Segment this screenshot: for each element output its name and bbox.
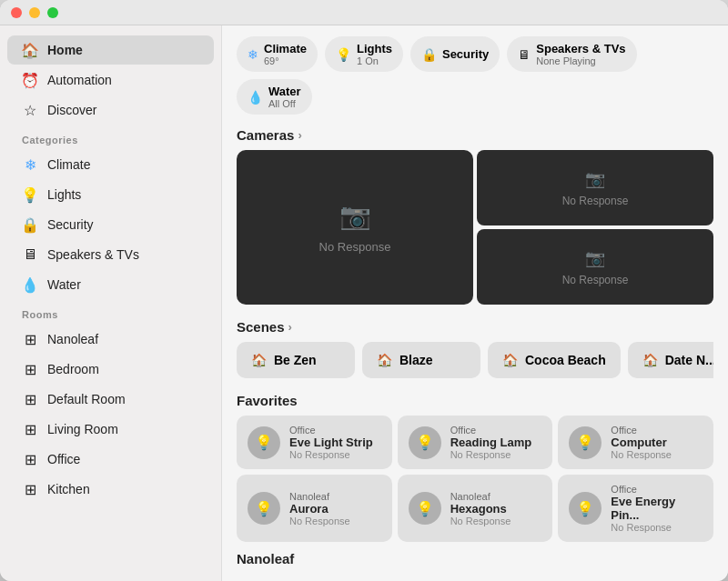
sidebar-item-default-room-label: Default Room [47,392,126,406]
close-button[interactable] [11,7,22,18]
sidebar-item-default-room[interactable]: ⊞ Default Room [7,385,214,414]
fav-reading-lamp-name: Reading Lamp [450,436,532,449]
fav-computer-room: Office [611,425,672,436]
camera-right-bottom[interactable]: 📷 No Response [477,229,713,305]
status-pill-water[interactable]: 💧 Water All Off [237,79,312,115]
scenes-section-header[interactable]: Scenes › [237,319,713,335]
camera-right-top-label: No Response [562,195,629,207]
sidebar-item-office[interactable]: ⊞ Office [7,445,214,474]
fav-card-eve-light-strip[interactable]: 💡 Office Eve Light Strip No Response [237,416,392,469]
lights-pill-title: Lights [357,42,392,55]
status-pill-climate[interactable]: ❄ Climate 69° [237,36,318,72]
discover-icon: ☆ [22,102,38,118]
status-pill-security[interactable]: 🔒 Security [410,36,500,72]
nanoleaf-room-icon: ⊞ [22,331,38,347]
sidebar-item-bedroom[interactable]: ⊞ Bedroom [7,355,214,384]
sidebar-item-lights-label: Lights [47,187,81,202]
sidebar-item-living-room-label: Living Room [47,422,118,436]
fav-hexagons-status: No Response [450,516,511,526]
security-pill-icon: 🔒 [421,47,437,62]
sidebar-item-speakers[interactable]: 🖥 Speakers & TVs [7,240,214,269]
home-icon: 🏠 [22,42,38,58]
scene-be-zen[interactable]: 🏠 Be Zen [237,342,355,378]
cameras-section-header[interactable]: Cameras › [237,127,713,143]
fav-eve-energy-pin-name: Eve Energy Pin... [611,495,703,522]
fav-eve-energy-pin-room: Office [611,484,703,495]
lights-pill-icon: 💡 [336,47,351,62]
automation-icon: ⏰ [22,72,38,88]
water-pill-icon: 💧 [248,90,263,105]
rooms-label: Rooms [0,300,221,324]
scene-blaze-label: Blaze [399,353,433,367]
speakers-pill-icon: 🖥 [518,47,531,62]
scene-blaze[interactable]: 🏠 Blaze [362,342,480,378]
fav-card-reading-lamp[interactable]: 💡 Office Reading Lamp No Response [398,416,553,469]
fav-card-computer[interactable]: 💡 Office Computer No Response [558,416,713,469]
scenes-label: Scenes [237,319,285,335]
sidebar-item-lights[interactable]: 💡 Lights [7,180,214,209]
water-icon: 💧 [22,276,38,293]
speakers-pill-title: Speakers & TVs [536,42,625,55]
sidebar-item-living-room[interactable]: ⊞ Living Room [7,415,214,444]
camera-left-label: No Response [319,240,391,254]
scene-be-zen-icon: 🏠 [251,353,267,367]
fav-eve-energy-pin-status: No Response [611,522,703,533]
fav-card-hexagons[interactable]: 💡 Nanoleaf Hexagons No Response [398,475,553,542]
lights-pill-sub: 1 On [357,55,392,66]
fav-computer-icon: 💡 [569,426,602,459]
scene-date-n-icon: 🏠 [642,353,658,367]
cameras-chevron-icon: › [298,128,301,142]
sidebar-item-climate[interactable]: ❄ Climate [7,150,214,179]
fav-aurora-status: No Response [289,516,350,526]
sidebar-item-discover[interactable]: ☆ Discover [7,95,214,125]
fav-aurora-icon: 💡 [248,492,280,525]
minimize-button[interactable] [29,7,40,18]
scene-cocoa-beach-icon: 🏠 [502,353,518,367]
speakers-icon: 🖥 [22,246,38,263]
sidebar-item-kitchen[interactable]: ⊞ Kitchen [7,475,214,504]
fav-eve-light-strip-status: No Response [289,449,373,460]
fav-hexagons-icon: 💡 [409,492,441,525]
scenes-chevron-icon: › [288,320,292,334]
camera-left[interactable]: 📷 No Response [237,150,473,305]
status-bar: ❄ Climate 69° 💡 Lights 1 On 🔒 [237,36,713,115]
sidebar-item-water[interactable]: 💧 Water [7,270,214,299]
fav-card-eve-energy-pin[interactable]: 💡 Office Eve Energy Pin... No Response [558,475,713,542]
fav-card-aurora[interactable]: 💡 Nanoleaf Aurora No Response [237,475,392,542]
sidebar-item-home[interactable]: 🏠 Home [7,35,214,65]
water-pill-sub: All Off [268,98,301,109]
status-pill-speakers[interactable]: 🖥 Speakers & TVs None Playing [507,36,636,72]
bedroom-icon: ⊞ [22,361,38,377]
camera-right-bottom-label: No Response [562,274,629,286]
status-pill-lights[interactable]: 💡 Lights 1 On [325,36,403,72]
sidebar-item-bedroom-label: Bedroom [47,362,99,376]
cameras-label: Cameras [237,127,294,143]
sidebar-item-office-label: Office [47,452,80,466]
office-icon: ⊞ [22,451,38,467]
fav-eve-light-strip-room: Office [289,425,373,436]
climate-pill-title: Climate [264,42,307,55]
fav-eve-energy-pin-icon: 💡 [569,492,602,525]
fav-reading-lamp-room: Office [450,425,532,436]
fav-reading-lamp-icon: 💡 [409,426,441,459]
camera-right-top-icon: 📷 [585,169,605,189]
maximize-button[interactable] [47,7,58,18]
sidebar-item-security[interactable]: 🔒 Security [7,210,214,239]
camera-right-bottom-icon: 📷 [585,248,605,268]
sidebar-item-nanoleaf[interactable]: ⊞ Nanoleaf [7,325,214,354]
camera-right-top[interactable]: 📷 No Response [477,150,713,225]
climate-pill-icon: ❄ [248,47,258,62]
scene-date-n[interactable]: 🏠 Date N... [628,342,713,378]
nanoleaf-header: Nanoleaf [237,551,713,566]
scene-be-zen-label: Be Zen [274,353,317,367]
sidebar-item-water-label: Water [47,277,81,292]
sidebar-item-automation[interactable]: ⏰ Automation [7,65,214,95]
scene-cocoa-beach[interactable]: 🏠 Cocoa Beach [488,342,621,378]
favorites-grid: 💡 Office Eve Light Strip No Response 💡 O… [237,416,713,542]
app-window: 🏠 Home ⏰ Automation ☆ Discover Categorie… [0,0,728,581]
speakers-pill-sub: None Playing [536,55,625,66]
sidebar: 🏠 Home ⏰ Automation ☆ Discover Categorie… [0,25,222,581]
fav-hexagons-name: Hexagons [450,502,511,516]
fav-reading-lamp-status: No Response [450,449,532,460]
camera-left-icon: 📷 [339,201,371,231]
